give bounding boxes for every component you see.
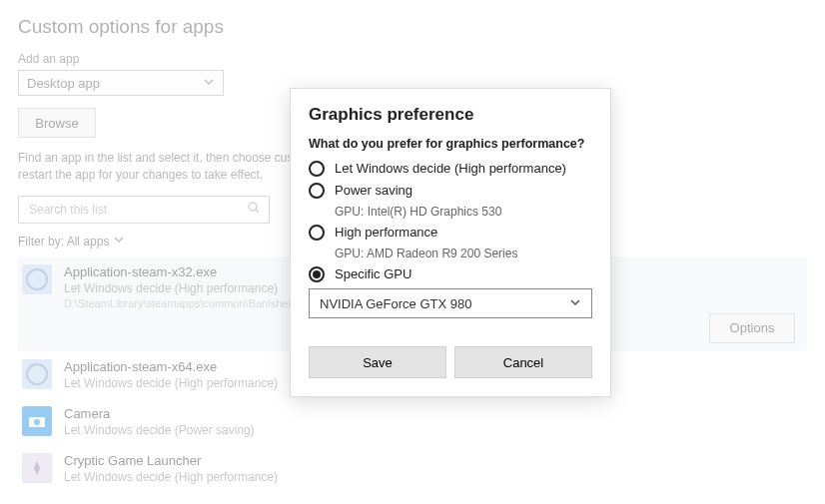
options-button[interactable]: Options — [709, 313, 795, 343]
app-sub: Let Windows decide (Power saving) — [64, 423, 255, 437]
camera-icon — [22, 406, 52, 436]
add-app-label: Add an app — [18, 52, 807, 66]
list-item[interactable]: Camera Let Windows decide (Power saving) — [18, 398, 807, 445]
app-sub: Let Windows decide (High performance) — [64, 376, 278, 390]
graphics-preference-dialog: Graphics preference What do you prefer f… — [290, 88, 611, 397]
app-icon — [22, 264, 52, 294]
app-type-select[interactable]: Desktop app — [18, 70, 224, 96]
radio-sub: GPU: AMD Radeon R9 200 Series — [335, 247, 592, 260]
radio-icon — [309, 266, 325, 282]
search-icon — [247, 201, 261, 218]
chevron-down-icon — [113, 235, 125, 249]
radio-label: Power saving — [335, 183, 412, 198]
filter-value: All apps — [67, 235, 110, 249]
cancel-button[interactable]: Cancel — [454, 346, 592, 378]
app-type-value: Desktop app — [27, 76, 100, 91]
save-button[interactable]: Save — [309, 346, 446, 378]
radio-power-saving[interactable]: Power saving — [309, 183, 592, 199]
svg-point-3 — [34, 419, 40, 425]
browse-button[interactable]: Browse — [18, 108, 96, 138]
search-container — [18, 196, 270, 224]
app-name: Cryptic Game Launcher — [64, 453, 278, 468]
dialog-question: What do you prefer for graphics performa… — [309, 137, 592, 151]
radio-icon — [309, 183, 325, 199]
search-input[interactable] — [27, 202, 247, 218]
radio-label: High performance — [335, 225, 437, 240]
radio-specific-gpu[interactable]: Specific GPU — [309, 266, 592, 282]
app-name: Application-steam-x64.exe — [64, 359, 278, 374]
gpu-selected-value: NVIDIA GeForce GTX 980 — [320, 296, 471, 311]
radio-label: Let Windows decide (High performance) — [335, 161, 566, 176]
chevron-down-icon — [203, 76, 215, 91]
radio-high-performance[interactable]: High performance — [309, 225, 592, 241]
filter-prefix: Filter by: — [18, 235, 64, 249]
page-title: Custom options for apps — [18, 16, 807, 38]
chevron-down-icon — [569, 296, 581, 311]
app-icon — [22, 359, 52, 389]
radio-icon — [309, 225, 325, 241]
radio-icon — [309, 161, 325, 177]
radio-system-default[interactable]: Let Windows decide (High performance) — [309, 161, 592, 177]
app-sub: Let Windows decide (High performance) — [64, 470, 278, 484]
app-name: Camera — [64, 406, 255, 421]
game-icon — [22, 453, 52, 483]
radio-label: Specific GPU — [335, 266, 412, 281]
dialog-title: Graphics preference — [309, 105, 592, 125]
svg-line-1 — [256, 210, 259, 213]
gpu-select[interactable]: NVIDIA GeForce GTX 980 — [309, 288, 592, 318]
svg-point-0 — [249, 203, 257, 211]
radio-sub: GPU: Intel(R) HD Graphics 530 — [335, 205, 592, 219]
list-item[interactable]: Cryptic Game Launcher Let Windows decide… — [18, 445, 807, 492]
